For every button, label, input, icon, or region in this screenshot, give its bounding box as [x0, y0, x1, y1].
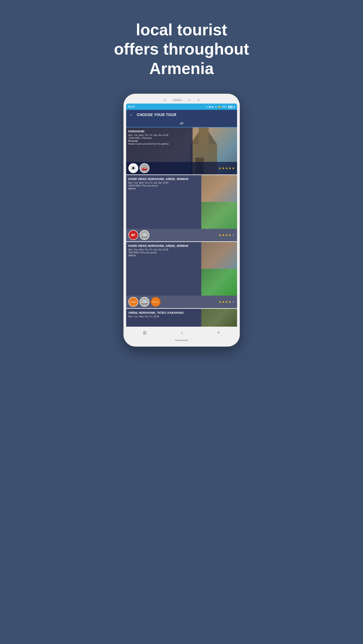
headline: local tourist offers throughout Armenia — [81, 20, 282, 78]
phone-speaker — [173, 99, 182, 101]
avatar-van-kv1: 🚐 — [140, 230, 150, 240]
phone-bottom — [126, 338, 237, 342]
tour-name-areni: ARENI, NORAVANK, TATEV, KARAHUNJ — [128, 311, 199, 314]
avatar-stamp-kv2: MY Tours — [151, 297, 160, 307]
tour-price-kv2: 7000 AMD | Price per person — [128, 251, 199, 254]
tour-card-areni[interactable]: ARENI, NORAVANK, TATEV, KARAHUNJ Mon, Tu… — [126, 309, 237, 327]
back-button[interactable]: ← — [129, 112, 133, 117]
avatar-urartu-kv2: UrArTu — [128, 297, 138, 307]
phone-dot-1 — [164, 99, 166, 101]
app-header: ← CHOOSE YOUR TOUR — [126, 110, 237, 120]
battery-icon: ▮ — [234, 106, 235, 108]
status-icons: ● ▣ ▶ ••• 🔔 WiFi ▐▐▐ ▮ — [206, 106, 235, 108]
nav-recents-button[interactable]: ||| — [143, 330, 146, 335]
page-title: CHOOSE YOUR TOUR — [137, 113, 176, 117]
nav-home-button[interactable]: ○ — [181, 330, 183, 335]
wifi-icon: WiFi — [222, 106, 226, 108]
bottom-nav: ||| ○ < — [126, 327, 237, 338]
phone-top — [126, 98, 237, 104]
avatar-car-noravank: 🚗 — [140, 163, 150, 173]
tab-bar: All — [126, 120, 237, 128]
tour-name-kv2: KHOR VIRAP, NORAVANK, ARENI, JERMUK — [128, 244, 199, 248]
tour-note-noravank: Ready to pick up tourist from his addres… — [128, 143, 190, 145]
svg-rect-2 — [198, 128, 209, 144]
stars-noravank: ★ ★ ★ ★ ★ — [218, 166, 235, 170]
card-bottom-kv2: UrArTu 🚐 MY Tours ★ ★ ★ ★ ★ — [126, 296, 237, 308]
tour-price-kv1: 10000 AMD | Price per person — [128, 184, 199, 187]
tour-schedule-areni: Mon, Tue, Wed, Thu, Fri, 08:00 — [128, 315, 199, 318]
phone-frame: 01:17 ● ▣ ▶ ••• 🔔 WiFi ▐▐▐ ▮ ← CHOOSE YO… — [124, 94, 240, 346]
tour-card-khor-virap-1[interactable]: KHOR VIRAP, NORAVANK, ARENI, JERMUK Mon,… — [126, 175, 237, 241]
tour-type-kv1: Join to — [128, 188, 199, 190]
tour-card-khor-virap-2[interactable]: KHOR VIRAP, NORAVANK, ARENI, JERMUK Mon,… — [126, 242, 237, 308]
whatsapp-icon: ● — [206, 106, 208, 108]
tour-type-kv2: Join to — [128, 254, 199, 257]
tour-list: NORAVANK Mon, Tue, Wed, Thu, Fri, Sat, S… — [126, 128, 237, 327]
tour-type-noravank: Personal — [128, 140, 190, 142]
tour-schedule-kv2: Mon, Tue, Wed, Thu, Fri, Sat, Sun 10:05 — [128, 248, 199, 251]
stars-kv1: ★ ★ ★ ★ ★ — [218, 233, 235, 237]
gallery-icon: ▣ — [209, 106, 211, 108]
tab-all[interactable]: All — [175, 120, 188, 128]
stars-kv2: ★ ★ ★ ★ ★ — [218, 300, 235, 304]
youtube-icon: ▶ — [212, 106, 214, 108]
alarm-icon: 🔔 — [218, 106, 221, 108]
tour-name-kv1: KHOR VIRAP, NORAVANK, ARENI, JERMUK — [128, 177, 199, 181]
phone-dot-2 — [197, 99, 200, 101]
card-bottom-kv1: BF 🚐 ★ ★ ★ ★ ★ — [126, 229, 237, 241]
tour-card-noravank[interactable]: NORAVANK Mon, Tue, Wed, Thu, Fri, Sat, S… — [126, 128, 237, 174]
avatar-bf-kv1: BF — [128, 230, 138, 240]
tour-name-noravank: NORAVANK — [128, 130, 190, 133]
tour-price-noravank: 75000 AMD | Total price — [128, 137, 190, 139]
more-icon: ••• — [215, 106, 217, 108]
status-time: 01:17 — [128, 105, 135, 108]
phone-screen: 01:17 ● ▣ ▶ ••• 🔔 WiFi ▐▐▐ ▮ ← CHOOSE YO… — [126, 104, 237, 338]
phone-camera — [188, 99, 190, 101]
nav-back-button[interactable]: < — [218, 330, 220, 335]
avatar-van2-kv2: 🚐 — [140, 297, 150, 307]
signal-icon: ▐▐▐ — [228, 106, 232, 108]
tour-schedule-kv1: Mon, Tue, Wed, Thu, Fri, Sat, Sun 10:00 — [128, 182, 199, 184]
tour-schedule-noravank: Mon, Tue, Wed, Thu, Fri, Sat, Sun 10:00 — [128, 134, 190, 136]
svg-marker-3 — [198, 128, 209, 128]
home-indicator — [175, 340, 188, 341]
avatar-sun-noravank: ☀ — [128, 163, 138, 173]
status-bar: 01:17 ● ▣ ▶ ••• 🔔 WiFi ▐▐▐ ▮ — [126, 104, 237, 110]
